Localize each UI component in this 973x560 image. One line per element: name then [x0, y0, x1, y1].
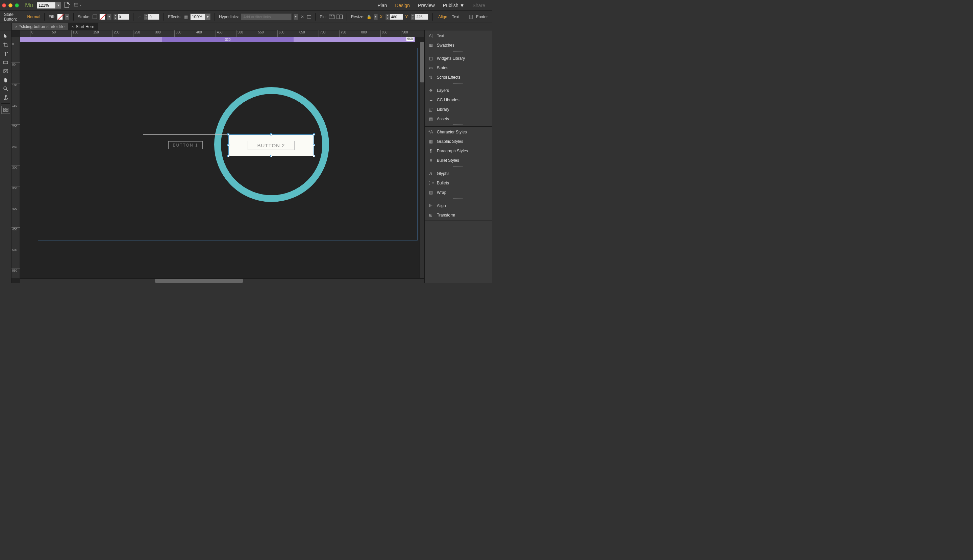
- panel-character-styles[interactable]: ᴬACharacter Styles: [425, 127, 492, 137]
- resize-icon[interactable]: 🔒: [367, 14, 372, 20]
- panel-align[interactable]: ⊫Align: [425, 201, 492, 210]
- frame-tool[interactable]: [2, 67, 10, 75]
- panel-swatches[interactable]: ▦Swatches: [425, 40, 492, 50]
- link-options-icon[interactable]: [307, 14, 312, 20]
- close-tab-icon[interactable]: ×: [72, 25, 73, 29]
- stroke-dropdown[interactable]: ▼: [107, 14, 111, 20]
- window-titlebar: Mu 121% ▼ ▼ Plan Design Preview Publish▼…: [0, 0, 492, 11]
- opacity-dropdown[interactable]: ▼: [205, 13, 210, 20]
- footer-checkbox[interactable]: [469, 15, 473, 19]
- selection-tool[interactable]: [2, 32, 10, 40]
- panel-transform[interactable]: ⊞Transform: [425, 210, 492, 220]
- mode-share[interactable]: Share: [472, 3, 485, 8]
- button-2-selected[interactable]: BUTTON 2: [229, 135, 314, 156]
- y-input[interactable]: [415, 14, 428, 20]
- zoom-selector[interactable]: 121% ▼: [37, 2, 61, 9]
- breakpoint-label[interactable]: 320: [162, 37, 294, 42]
- panel-wrap[interactable]: ▤Wrap: [425, 188, 492, 197]
- fill-swatch[interactable]: [57, 14, 63, 20]
- stroke-options-icon[interactable]: [93, 14, 97, 20]
- breakpoint-960[interactable]: 960: [406, 37, 414, 41]
- zoom-tool[interactable]: [2, 85, 10, 93]
- hyperlinks-dropdown[interactable]: ▼: [294, 14, 298, 20]
- corner-radius-spinner[interactable]: ▲▼: [144, 14, 159, 20]
- maximize-window-button[interactable]: [15, 3, 19, 7]
- panel-grip[interactable]: [425, 165, 492, 167]
- panel-library[interactable]: ∭Library: [425, 105, 492, 114]
- stroke-swatch[interactable]: [99, 14, 105, 20]
- clear-link-icon[interactable]: ✕: [300, 14, 305, 20]
- mode-design[interactable]: Design: [395, 3, 410, 8]
- text-tool[interactable]: [2, 50, 10, 58]
- horizontal-scrollbar[interactable]: [20, 278, 424, 283]
- x-spinner[interactable]: ▲▼: [386, 14, 403, 20]
- panel-glyphs[interactable]: AGlyphs: [425, 169, 492, 178]
- panel-paragraph-styles[interactable]: ¶Paragraph Styles: [425, 146, 492, 156]
- ruler-tick: 900: [401, 30, 408, 37]
- design-canvas[interactable]: 320 960 BUTTON 1 BUTTON 2: [20, 37, 424, 278]
- panel-layers[interactable]: ❖Layers: [425, 86, 492, 95]
- align-panel-button[interactable]: Align: [437, 13, 449, 20]
- document-tab-active[interactable]: ×Start Here: [68, 23, 98, 30]
- panel-bullets[interactable]: ⋮≡Bullets: [425, 178, 492, 188]
- minimize-window-button[interactable]: [8, 3, 12, 7]
- zoom-dropdown-arrow[interactable]: ▼: [56, 2, 61, 9]
- close-window-button[interactable]: [2, 3, 6, 7]
- panel-grip[interactable]: [425, 197, 492, 199]
- view-options-icon[interactable]: ▼: [74, 2, 82, 9]
- page-icon[interactable]: [64, 2, 71, 9]
- x-input[interactable]: [389, 14, 403, 20]
- glyphs-icon: A: [428, 171, 434, 176]
- resize-dropdown[interactable]: ▼: [374, 14, 378, 20]
- mode-preview[interactable]: Preview: [418, 3, 435, 8]
- horizontal-ruler[interactable]: 0 50 100 150 200 250 300 350 400 450 500…: [20, 30, 424, 37]
- vertical-scrollbar[interactable]: [420, 42, 424, 278]
- mode-plan[interactable]: Plan: [377, 3, 387, 8]
- panel-grip[interactable]: [425, 123, 492, 126]
- selection-handle[interactable]: [270, 155, 272, 157]
- layout-tool[interactable]: [2, 106, 10, 114]
- corner-icon[interactable]: ⌐: [137, 14, 142, 20]
- selection-handle[interactable]: [227, 155, 229, 157]
- selection-handle[interactable]: [270, 133, 272, 135]
- hyperlinks-input[interactable]: [241, 13, 292, 20]
- selection-handle[interactable]: [227, 144, 229, 146]
- selection-handle[interactable]: [313, 155, 315, 157]
- y-spinner[interactable]: ▲▼: [411, 14, 428, 20]
- effects-icon[interactable]: ▦: [184, 14, 188, 20]
- selection-handle[interactable]: [313, 133, 315, 135]
- opacity-value[interactable]: 100%: [190, 13, 205, 20]
- panel-grip[interactable]: [425, 82, 492, 84]
- stroke-weight-input[interactable]: [118, 14, 129, 20]
- hand-tool[interactable]: [2, 76, 10, 84]
- button-1[interactable]: BUTTON 1: [143, 135, 228, 156]
- close-tab-icon[interactable]: ×: [15, 25, 17, 29]
- rectangle-tool[interactable]: [2, 58, 10, 67]
- corner-radius-input[interactable]: [148, 14, 159, 20]
- panel-bullet-styles[interactable]: ≡Bullet Styles: [425, 156, 492, 165]
- panel-text[interactable]: A|Text: [425, 31, 492, 40]
- anchor-tool[interactable]: [2, 93, 10, 102]
- selection-handle[interactable]: [313, 144, 315, 146]
- fill-dropdown[interactable]: ▼: [65, 14, 69, 20]
- zoom-value[interactable]: 121%: [37, 2, 56, 9]
- breakpoint-bar[interactable]: 320 960: [20, 37, 415, 42]
- panel-assets[interactable]: ▤Assets: [425, 114, 492, 123]
- panel-graphic-styles[interactable]: ▦Graphic Styles: [425, 137, 492, 146]
- panel-label: Align: [437, 203, 446, 208]
- panel-scroll-effects[interactable]: ⇅Scroll Effects: [425, 73, 492, 82]
- panel-states[interactable]: ▭States: [425, 63, 492, 73]
- pin-page-icon[interactable]: [337, 14, 342, 20]
- pin-browser-icon[interactable]: [329, 14, 334, 20]
- crop-tool[interactable]: [2, 41, 10, 49]
- panel-grip[interactable]: [425, 50, 492, 52]
- vertical-ruler[interactable]: 0 50 100 150 200 250 300 350 400 450 500…: [12, 37, 20, 278]
- stroke-weight-spinner[interactable]: ▲▼: [113, 14, 129, 20]
- document-tab[interactable]: ×*sliding-button-starter-file: [12, 23, 68, 30]
- panel-cc-libraries[interactable]: ☁CC Libraries: [425, 95, 492, 105]
- mode-publish[interactable]: Publish▼: [443, 3, 464, 8]
- state-button-value[interactable]: Normal: [27, 15, 40, 19]
- text-panel-button[interactable]: Text: [451, 13, 461, 20]
- panel-widgets-library[interactable]: ◫Widgets Library: [425, 54, 492, 63]
- selection-handle[interactable]: [227, 133, 229, 135]
